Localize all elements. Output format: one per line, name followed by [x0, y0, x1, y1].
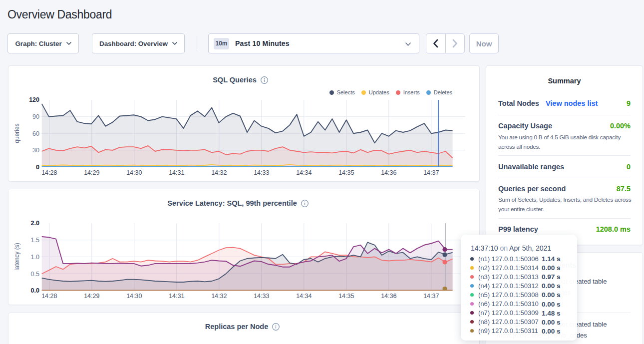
svg-text:14:35: 14:35	[338, 293, 354, 300]
svg-text:120: 120	[29, 96, 39, 103]
svg-text:2.0: 2.0	[31, 220, 39, 227]
svg-text:0: 0	[36, 164, 39, 171]
svg-text:14:32: 14:32	[211, 169, 227, 176]
svg-text:30: 30	[32, 147, 39, 154]
svg-text:14:36: 14:36	[381, 293, 396, 300]
svg-text:14:30: 14:30	[126, 169, 142, 176]
svg-text:1.5: 1.5	[31, 237, 39, 244]
svg-text:14:37: 14:37	[423, 293, 439, 300]
svg-text:14:29: 14:29	[84, 293, 99, 300]
svg-text:0.0: 0.0	[31, 287, 39, 294]
svg-text:14:33: 14:33	[254, 293, 269, 300]
svg-text:14:36: 14:36	[381, 169, 396, 176]
svg-text:14:28: 14:28	[41, 169, 57, 176]
svg-text:14:37: 14:37	[423, 169, 439, 176]
svg-text:90: 90	[32, 113, 39, 120]
svg-text:latency (s): latency (s)	[13, 243, 20, 270]
svg-text:14:31: 14:31	[169, 293, 184, 300]
svg-text:60: 60	[32, 130, 39, 137]
svg-text:14:28: 14:28	[41, 293, 57, 300]
svg-text:14:34: 14:34	[296, 169, 312, 176]
svg-text:14:32: 14:32	[211, 293, 227, 300]
svg-text:14:33: 14:33	[254, 169, 269, 176]
svg-text:0.5: 0.5	[31, 271, 39, 278]
svg-text:14:30: 14:30	[126, 293, 142, 300]
svg-text:14:29: 14:29	[84, 169, 99, 176]
svg-text:14:35: 14:35	[338, 169, 354, 176]
svg-text:queries: queries	[13, 123, 20, 143]
svg-text:1.0: 1.0	[31, 254, 39, 261]
svg-text:14:31: 14:31	[169, 169, 184, 176]
svg-text:14:34: 14:34	[296, 293, 312, 300]
